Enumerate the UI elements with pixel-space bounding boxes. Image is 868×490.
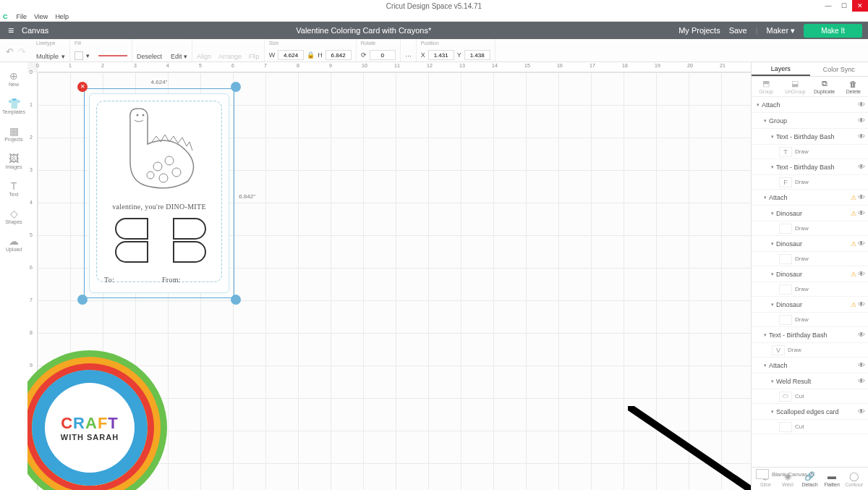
- layer-sub-row[interactable]: ⬭Cut: [752, 389, 868, 404]
- project-title[interactable]: Valentine Coloring Card with Crayons*: [48, 26, 678, 35]
- layer-toggle[interactable]: ▾: [769, 164, 776, 170]
- tab-layers[interactable]: Layers: [752, 62, 810, 76]
- visibility-icon[interactable]: 👁: [858, 163, 865, 171]
- text-button[interactable]: TText: [1, 175, 27, 201]
- selection-box[interactable]: 4.624" 6.842" valentine, yo: [84, 88, 234, 298]
- width-input[interactable]: [278, 50, 304, 60]
- layer-row[interactable]: ▾Group👁: [752, 113, 868, 129]
- undo-button[interactable]: ↶: [6, 46, 14, 57]
- duplicate-button[interactable]: ⧉Duplicate: [810, 77, 839, 96]
- menu-file[interactable]: File: [17, 13, 27, 20]
- flatten-button[interactable]: ▬Flatten: [821, 471, 843, 487]
- layer-row[interactable]: ▾Attach👁: [752, 97, 868, 113]
- hamburger-button[interactable]: ≡: [0, 25, 22, 36]
- layer-sub-row[interactable]: Draw: [752, 252, 868, 266]
- layer-row[interactable]: ▾Attach⚠👁: [752, 190, 868, 206]
- flip-button[interactable]: Flip: [249, 53, 260, 60]
- blank-canvas-indicator[interactable]: Blank Canvas↖: [756, 469, 815, 479]
- ungroup-button[interactable]: ⬓UnGroup: [780, 77, 809, 96]
- contour-button[interactable]: ◯Contour: [843, 471, 865, 487]
- window-close-button[interactable]: ✕: [852, 0, 868, 12]
- rotate-input[interactable]: [370, 50, 396, 60]
- card-artwork[interactable]: valentine, you're DINO-MITE To: From:: [89, 93, 229, 293]
- layer-row[interactable]: ▾Text - Birthday Bash👁: [752, 129, 868, 145]
- layer-row[interactable]: ▾Text - Birthday Bash👁: [752, 327, 868, 343]
- redo-button[interactable]: ↷: [18, 46, 26, 57]
- save-link[interactable]: Save: [729, 26, 747, 35]
- linetype-select[interactable]: Multiple ▾: [36, 53, 65, 60]
- layer-toggle[interactable]: ▾: [762, 363, 769, 368]
- resize-handle[interactable]: [231, 295, 241, 305]
- layer-toggle[interactable]: ▾: [769, 211, 776, 216]
- my-projects-link[interactable]: My Projects: [678, 26, 720, 35]
- rotate-handle[interactable]: [231, 82, 241, 92]
- delete-button[interactable]: 🗑Delete: [839, 77, 868, 96]
- layer-sub-row[interactable]: VDraw: [752, 343, 868, 358]
- layer-sub-row[interactable]: FDraw: [752, 175, 868, 190]
- layer-toggle[interactable]: ▾: [762, 195, 769, 200]
- layer-row[interactable]: ▾Attach👁: [752, 358, 868, 373]
- visibility-icon[interactable]: 👁: [858, 101, 865, 109]
- layer-sub-row[interactable]: Cut: [752, 420, 868, 434]
- layer-toggle[interactable]: ▾: [762, 118, 769, 124]
- layer-toggle[interactable]: ▾: [769, 271, 776, 277]
- layer-sub-row[interactable]: Draw: [752, 282, 868, 297]
- visibility-icon[interactable]: 👁: [858, 300, 865, 308]
- visibility-icon[interactable]: 👁: [858, 193, 865, 201]
- visibility-icon[interactable]: 👁: [858, 331, 865, 339]
- line-color-swatch[interactable]: [98, 55, 127, 56]
- visibility-icon[interactable]: 👁: [858, 209, 865, 217]
- machine-selector[interactable]: Maker ▾: [767, 26, 796, 35]
- images-button[interactable]: 🖼Images: [1, 148, 27, 174]
- layer-row[interactable]: ▾Scalloped edges card👁: [752, 404, 868, 420]
- arrange-button[interactable]: Arrange: [218, 53, 242, 60]
- layer-row[interactable]: ▾Weld Result👁: [752, 373, 868, 389]
- pos-y-input[interactable]: [464, 50, 490, 60]
- layer-row[interactable]: ▾Dinosaur⚠👁: [752, 266, 868, 282]
- layers-list[interactable]: ▾Attach👁▾Group👁▾Text - Birthday Bash👁TDr…: [752, 97, 868, 467]
- visibility-icon[interactable]: 👁: [858, 270, 865, 278]
- fill-swatch[interactable]: [75, 51, 83, 60]
- layer-toggle[interactable]: ▾: [762, 332, 769, 338]
- layer-toggle[interactable]: ▾: [769, 409, 776, 415]
- height-input[interactable]: [326, 50, 352, 60]
- delete-handle[interactable]: [77, 82, 88, 92]
- visibility-icon[interactable]: 👁: [858, 407, 865, 415]
- fill-select[interactable]: ▾: [86, 52, 90, 59]
- layer-row[interactable]: ▾Dinosaur⚠👁: [752, 206, 868, 221]
- pos-x-input[interactable]: [428, 50, 454, 60]
- menu-view[interactable]: View: [34, 13, 48, 20]
- visibility-icon[interactable]: 👁: [858, 132, 865, 140]
- layer-sub-row[interactable]: TDraw: [752, 145, 868, 159]
- window-maximize-button[interactable]: ☐: [836, 0, 852, 12]
- layer-toggle[interactable]: ▾: [769, 379, 776, 384]
- visibility-icon[interactable]: 👁: [858, 361, 865, 369]
- more-button[interactable]: ⋯: [405, 53, 412, 60]
- projects-button[interactable]: ▦Projects: [1, 120, 27, 146]
- layer-row[interactable]: ▾Text - Birthday Bash👁: [752, 159, 868, 175]
- layer-toggle[interactable]: ▾: [754, 102, 762, 108]
- layer-toggle[interactable]: ▾: [769, 302, 776, 308]
- layer-row[interactable]: ▾Dinosaur⚠👁: [752, 236, 868, 252]
- shapes-button[interactable]: ◇Shapes: [1, 203, 27, 229]
- layer-toggle[interactable]: ▾: [769, 134, 776, 140]
- canvas-area[interactable]: 012345678910111213141516171819202122 012…: [27, 62, 751, 490]
- layer-row[interactable]: ▾Dinosaur⚠👁: [752, 297, 868, 313]
- layer-sub-row[interactable]: Draw: [752, 313, 868, 327]
- tab-color-sync[interactable]: Color Sync: [810, 62, 869, 76]
- visibility-icon[interactable]: 👁: [858, 117, 865, 124]
- deselect-button[interactable]: Deselect: [137, 53, 162, 60]
- window-minimize-button[interactable]: —: [820, 0, 836, 12]
- layer-toggle[interactable]: ▾: [769, 241, 776, 247]
- visibility-icon[interactable]: 👁: [858, 240, 865, 248]
- visibility-icon[interactable]: 👁: [858, 377, 865, 385]
- make-it-button[interactable]: Make It: [804, 24, 862, 38]
- lock-aspect-icon[interactable]: 🔒: [307, 51, 315, 59]
- new-button[interactable]: ⊕New: [1, 65, 27, 91]
- upload-button[interactable]: ☁Upload: [1, 230, 27, 256]
- align-button[interactable]: Align: [197, 53, 211, 60]
- group-button[interactable]: ⬒Group: [752, 77, 780, 96]
- lock-handle[interactable]: [77, 295, 88, 305]
- edit-button[interactable]: Edit ▾: [171, 53, 187, 60]
- menu-help[interactable]: Help: [55, 13, 69, 20]
